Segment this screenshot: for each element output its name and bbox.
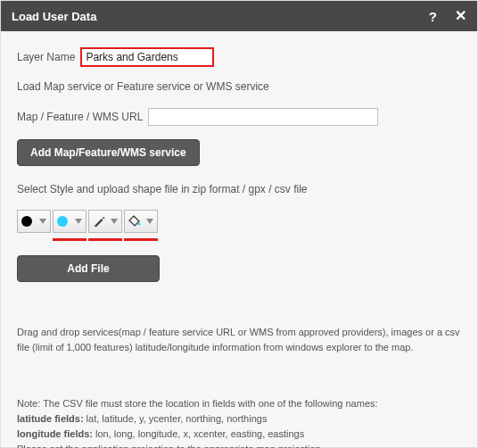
help-icon[interactable]: ? (429, 9, 437, 24)
latitude-fields-values: lat, latitude, y, ycenter, northing, nor… (84, 413, 268, 424)
layer-name-label: Layer Name (17, 47, 75, 67)
fill-style-picker[interactable] (124, 210, 158, 233)
add-service-button[interactable]: Add Map/Feature/WMS service (17, 139, 200, 166)
dialog-titlebar: Load User Data ? ✕ (1, 1, 477, 31)
chevron-down-icon (39, 219, 46, 224)
pen-icon (93, 215, 105, 228)
service-url-input[interactable] (148, 108, 378, 126)
close-icon[interactable]: ✕ (455, 9, 466, 23)
layer-name-input[interactable] (80, 47, 214, 67)
longitude-fields-label: longitude fields: (17, 428, 93, 439)
longitude-fields-values: lon, long, longitude, x, xcenter, eastin… (93, 428, 304, 439)
drag-drop-info: Drag and drop services(map / feature ser… (17, 325, 461, 355)
style-hint-text: Select Style and upload shape file in zi… (17, 182, 461, 197)
service-hint-text: Load Map service or Feature service or W… (17, 79, 461, 95)
latitude-fields-label: latitude fields: (17, 413, 84, 424)
chevron-down-icon (75, 219, 82, 224)
chevron-down-icon (111, 219, 118, 224)
circle-black-icon (21, 216, 32, 227)
url-label: Map / Feature / WMS URL (17, 107, 143, 127)
note-line-1: Note: The CSV file must store the locati… (17, 396, 461, 411)
line-style-picker[interactable] (88, 210, 122, 233)
style-picker-row (17, 210, 461, 233)
svg-point-0 (137, 222, 140, 225)
chevron-down-icon (146, 219, 153, 224)
dialog-title: Load User Data (12, 10, 96, 23)
circle-cyan-icon (57, 216, 68, 227)
fill-color-picker[interactable] (53, 210, 87, 233)
load-user-data-dialog: Load User Data ? ✕ Layer Name Load Map s… (0, 0, 478, 448)
csv-note: Note: The CSV file must store the locati… (17, 396, 461, 448)
paint-bucket-icon (128, 215, 141, 228)
note-line-4: Please set the application projection to… (17, 442, 461, 448)
point-color-picker[interactable] (17, 210, 51, 233)
add-file-button[interactable]: Add File (17, 255, 160, 282)
